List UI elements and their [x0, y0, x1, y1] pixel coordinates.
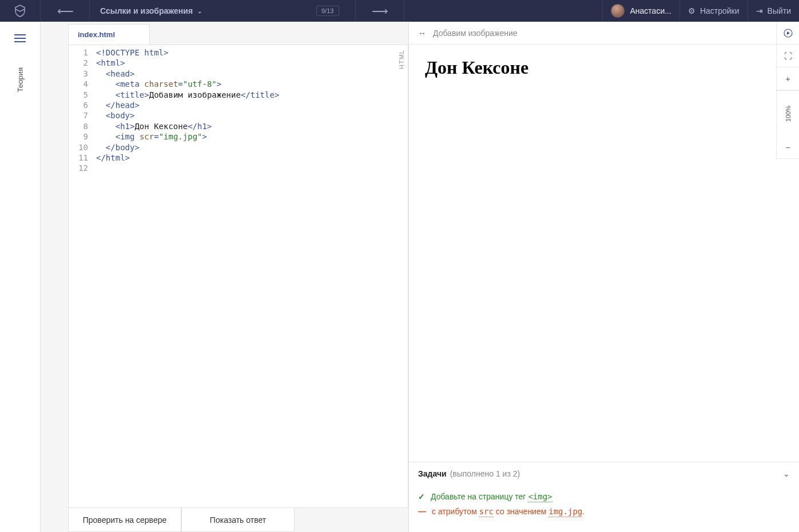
user-menu[interactable]: Анастаси... [602, 0, 679, 22]
gear-icon: ⚙ [688, 6, 695, 15]
tasks-title: Задачи [418, 469, 447, 478]
preview-header: ↔ Добавим изображение [409, 22, 799, 45]
tasks-panel: Задачи (выполнено 1 из 2) ⌄ ✓ Добавьте н… [409, 462, 799, 532]
minus-icon: − [785, 143, 790, 152]
tasks-header[interactable]: Задачи (выполнено 1 из 2) ⌄ [409, 462, 799, 485]
prev-lesson-button[interactable]: ⟵ [41, 0, 90, 22]
tasks-list: ✓ Добавьте на страницу тег <img> — с атр… [409, 485, 799, 532]
logout-label: Выйти [768, 6, 791, 15]
logout-button[interactable]: ⇥ Выйти [748, 0, 799, 22]
line-gutter: 123456789101112 [69, 45, 93, 507]
zoom-in-button[interactable]: + [777, 67, 799, 90]
editor-panel: index.html 123456789101112 <!DOCTYPE htm… [41, 22, 408, 532]
lesson-progress: 9/13 [316, 6, 339, 16]
expand-icon: ⛶ [784, 51, 792, 61]
zoom-level: 100% [777, 90, 799, 136]
show-answer-button[interactable]: Показать ответ [181, 508, 295, 532]
preview-title: Добавим изображение [433, 29, 518, 38]
shield-icon [13, 4, 27, 18]
left-rail: Теория [0, 22, 41, 532]
play-circle-icon [784, 29, 793, 38]
task-code: src [479, 507, 494, 517]
editor-footer: Проверить на сервере Показать ответ [68, 508, 408, 532]
run-button[interactable] [777, 22, 799, 45]
menu-button[interactable] [14, 32, 26, 45]
lesson-title[interactable]: Ссылки и изображения ⌄ [90, 6, 212, 15]
app-header: ⟵ Ссылки и изображения ⌄ 9/13 ⟶ Анастаси… [0, 0, 799, 22]
code-editor[interactable]: 123456789101112 <!DOCTYPE html> <html> <… [68, 45, 408, 508]
avatar [611, 4, 625, 18]
task-item-pending: — с атрибутом src со значением img.jpg. [418, 507, 790, 516]
tasks-progress: (выполнено 1 из 2) [450, 469, 520, 478]
next-lesson-button[interactable]: ⟶ [355, 0, 404, 22]
task-code: <img> [528, 492, 552, 502]
logo[interactable] [0, 0, 41, 22]
arrow-left-icon: ⟵ [57, 4, 73, 18]
user-name: Анастаси... [630, 6, 671, 15]
resize-horizontal-icon[interactable]: ↔ [418, 29, 426, 38]
zoom-out-button[interactable]: − [777, 136, 799, 159]
file-tab-index[interactable]: index.html [68, 24, 150, 45]
preview-viewport: Дон Кексоне [409, 45, 776, 462]
settings-label: Настройки [700, 6, 740, 15]
check-icon: ✓ [418, 492, 425, 501]
theory-tab[interactable]: Теория [16, 67, 25, 92]
logout-icon: ⇥ [756, 6, 763, 15]
lesson-title-text: Ссылки и изображения [100, 6, 193, 15]
language-badge: HTML [398, 50, 405, 69]
chevron-down-icon: ⌄ [197, 8, 202, 14]
fullscreen-button[interactable]: ⛶ [777, 45, 799, 67]
task-code: img.jpg [548, 507, 582, 517]
check-server-button[interactable]: Проверить на сервере [68, 508, 181, 532]
chevron-down-icon: ⌄ [783, 469, 790, 478]
preview-panel: ↔ Добавим изображение ⛶ + 100% − Дон Кек… [408, 22, 799, 532]
editor-tabs: index.html [41, 22, 408, 45]
preview-heading: Дон Кексоне [425, 57, 760, 78]
task-item-done: ✓ Добавьте на страницу тег <img> [418, 492, 790, 501]
arrow-right-icon: ⟶ [372, 4, 387, 18]
plus-icon: + [785, 74, 790, 83]
dash-icon: — [418, 507, 426, 516]
preview-toolbar: ⛶ + 100% − [776, 22, 799, 159]
code-content[interactable]: <!DOCTYPE html> <html> <head> <meta char… [93, 45, 408, 507]
settings-button[interactable]: ⚙ Настройки [679, 0, 748, 22]
